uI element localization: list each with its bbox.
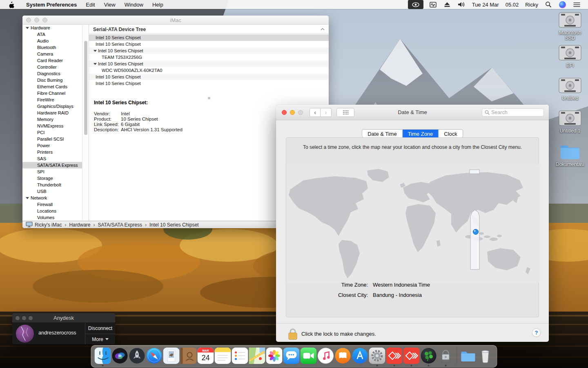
activity-monitor-icon[interactable] (426, 0, 440, 9)
sidebar-item-sata-sata-express[interactable]: SATA/SATA Express (22, 162, 82, 168)
sidebar-item-ethernet-cards[interactable]: Ethernet Cards (22, 83, 82, 90)
dock-icon-mail[interactable] (163, 348, 180, 364)
tab-clock[interactable]: Clock (439, 130, 463, 137)
dock-icon-contacts[interactable] (180, 348, 197, 364)
dock-icon-system-preferences[interactable] (369, 348, 385, 364)
closest-city-value[interactable]: Bandung - Indonesia (373, 292, 422, 298)
desktop-icon-untitled-1[interactable]: Untitled 1 (555, 110, 586, 134)
dock-icon-hackintool[interactable] (438, 348, 454, 364)
dock-icon-reminders[interactable] (232, 348, 248, 364)
dock-icon-anydesk[interactable] (386, 348, 403, 364)
menu-view[interactable]: View (100, 2, 120, 8)
sidebar-item-usb[interactable]: USB (22, 188, 82, 195)
device-row[interactable]: Intel 10 Series Chipset (89, 74, 329, 80)
date-time-titlebar[interactable]: ‹ › Date & Time (276, 105, 549, 120)
dock-icon-facetime[interactable] (301, 348, 317, 364)
sidebar-item-storage[interactable]: Storage (22, 175, 82, 182)
imac-titlebar[interactable]: iMac (22, 16, 329, 25)
dock-icon-anydesk-2[interactable] (403, 348, 420, 364)
menu-app-name[interactable]: System Preferences (22, 2, 81, 8)
dock-icon-notes[interactable] (215, 348, 231, 364)
device-row[interactable]: Intel 10 Series Chipset (89, 47, 329, 54)
sidebar-item-camera[interactable]: Camera (22, 51, 82, 57)
desktop-icon-untitled[interactable]: Untitled (555, 78, 586, 101)
pane-resize-handle[interactable] (208, 97, 210, 99)
sidebar-item-firewire[interactable]: FireWire (22, 96, 82, 103)
disclosure-triangle-icon[interactable] (26, 197, 29, 199)
sidebar-item-firewall[interactable]: Firewall (22, 201, 82, 208)
collapse-chevron-icon[interactable] (321, 28, 325, 31)
sidebar-item-controller[interactable]: Controller (22, 64, 82, 70)
menubar-time[interactable]: 05.02 (502, 2, 522, 8)
disclosure-triangle-icon[interactable] (26, 27, 29, 29)
menu-help[interactable]: Help (148, 2, 168, 8)
menubar-user[interactable]: Ricky (522, 2, 541, 8)
sidebar-item-network[interactable]: Network (22, 195, 82, 201)
dock-icon-launchpad[interactable] (129, 348, 145, 364)
menubar-date[interactable]: Tue 24 Mar (469, 2, 502, 8)
sidebar-item-card-reader[interactable]: Card Reader (22, 57, 82, 64)
disclosure-triangle-icon[interactable] (94, 50, 97, 52)
device-row[interactable]: Intel 10 Series Chipset (89, 34, 329, 41)
desktop-icon-macintosh-ssd[interactable]: Macintosh SSD (555, 12, 586, 41)
sidebar-scrollbar[interactable] (82, 25, 89, 221)
scrollbar-thumb[interactable] (84, 41, 87, 135)
sidebar-item-pci[interactable]: PCI (22, 129, 82, 136)
sidebar-item-bluetooth[interactable]: Bluetooth (22, 44, 82, 51)
dock-icon-siri[interactable] (112, 348, 128, 364)
dock-icon-maps[interactable] (249, 348, 265, 364)
dock-icon-books[interactable] (335, 348, 351, 364)
help-button[interactable]: ? (532, 328, 541, 337)
selected-location-dot[interactable] (473, 229, 479, 235)
sidebar-item-sas[interactable]: SAS (22, 155, 82, 162)
menu-window[interactable]: Window (120, 2, 148, 8)
search-input[interactable] (491, 110, 536, 115)
desktop-icon-efi[interactable]: EFI (555, 45, 586, 68)
dock-icon-finder[interactable] (95, 348, 111, 364)
notification-center-icon[interactable] (570, 0, 584, 9)
sidebar-item-memory[interactable]: Memory (22, 116, 82, 123)
sidebar-item-hardware-raid[interactable]: Hardware RAID (22, 110, 82, 116)
sidebar-item-ata[interactable]: ATA (22, 31, 82, 38)
device-row[interactable]: Intel 10 Series Chipset (89, 41, 329, 47)
anydesk-titlebar[interactable]: Anydesk (12, 313, 115, 323)
device-tree-header[interactable]: Serial-ATA Device Tree (89, 26, 329, 34)
menu-edit[interactable]: Edit (81, 2, 99, 8)
sidebar-item-diagnostics[interactable]: Diagnostics (22, 70, 82, 77)
tab-date-time[interactable]: Date & Time (362, 130, 403, 137)
spotlight-search-icon[interactable] (541, 0, 555, 9)
dock-icon-app-store[interactable] (352, 348, 368, 364)
dock-icon-calendar[interactable]: MAR24 (198, 348, 214, 364)
desktop-icon-dokumentasi[interactable]: Dokumentasi (555, 142, 586, 167)
sidebar-item-audio[interactable]: Audio (22, 38, 82, 44)
tab-time-zone[interactable]: Time Zone (403, 130, 439, 137)
sidebar-item-volumes[interactable]: Volumes (22, 214, 82, 221)
dock-icon-photos[interactable] (266, 348, 283, 364)
sidebar-item-nvmexpress[interactable]: NVMExpress (22, 123, 82, 129)
eject-icon[interactable] (440, 0, 454, 9)
dock-icon-messages[interactable] (283, 348, 300, 364)
volume-icon[interactable] (454, 0, 469, 9)
apple-menu[interactable] (8, 1, 14, 8)
sidebar-item-printers[interactable]: Printers (22, 149, 82, 155)
sidebar-item-disc-burning[interactable]: Disc Burning (22, 77, 82, 83)
sidebar-item-graphics-displays[interactable]: Graphics/Displays (22, 103, 82, 110)
lock-icon[interactable] (287, 328, 298, 341)
sidebar-item-parallel-scsi[interactable]: Parallel SCSI (22, 136, 82, 142)
device-row[interactable]: Intel 10 Series Chipset (89, 61, 329, 67)
more-button[interactable]: More (85, 334, 115, 344)
sidebar-item-hardware[interactable]: Hardware (22, 25, 82, 31)
sidebar-item-fibre-channel[interactable]: Fibre Channel (22, 90, 82, 96)
dock-icon-clover[interactable] (421, 348, 437, 364)
device-row[interactable]: Intel 10 Series Chipset (89, 80, 329, 87)
dock-icon-trash[interactable] (477, 348, 494, 364)
dock-icon-downloads[interactable] (460, 348, 477, 364)
search-field[interactable] (482, 108, 544, 117)
nvidia-eye-icon[interactable] (408, 0, 423, 9)
sidebar-item-thunderbolt[interactable]: Thunderbolt (22, 182, 82, 188)
dock-icon-safari[interactable] (146, 348, 163, 364)
sidebar-item-power[interactable]: Power (22, 142, 82, 149)
disclosure-triangle-icon[interactable] (94, 63, 97, 65)
dock-icon-itunes[interactable] (318, 348, 334, 364)
siri-icon[interactable] (555, 0, 570, 9)
